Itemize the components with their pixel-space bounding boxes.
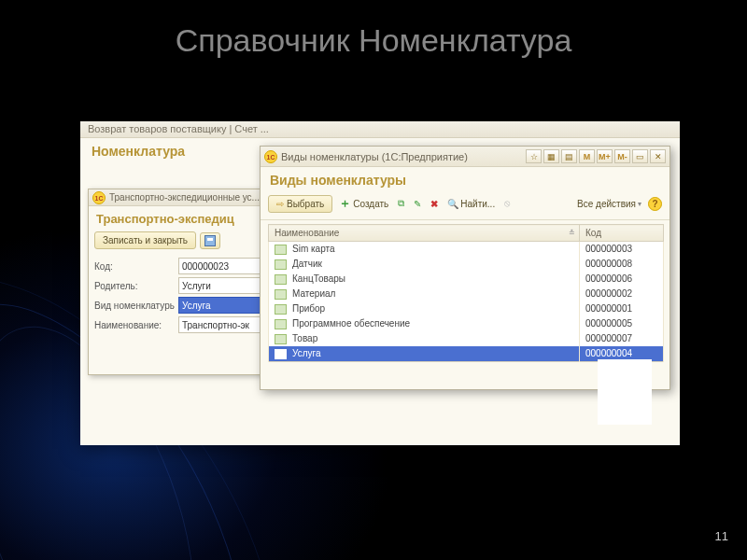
cell-name: Sim карта: [269, 242, 580, 257]
cell-code: 000000008: [580, 257, 664, 272]
form-title-text: Транспортно-экспедиционные ус...: [109, 192, 260, 203]
blank-panel: [598, 359, 652, 425]
cell-name: Прибор: [269, 301, 580, 316]
background-tabs: Возврат товаров поставщику | Счет ...: [80, 121, 680, 138]
cell-code: 000000001: [580, 301, 664, 316]
table-row[interactable]: Программное обеспечение000000005: [269, 316, 664, 331]
sort-asc-icon: ≛: [569, 229, 575, 237]
cell-name: Товар: [269, 331, 580, 346]
table-row[interactable]: Товар000000007: [269, 331, 664, 346]
list-heading: Виды номенклатуры: [261, 167, 669, 191]
save-and-close-button[interactable]: Записать и закрыть: [94, 231, 196, 249]
cell-name: КанцТовары: [269, 272, 580, 287]
save-icon: [204, 235, 216, 246]
cell-code: 000000002: [580, 287, 664, 301]
table-row[interactable]: Датчик000000008: [269, 257, 664, 272]
chevron-down-icon: ▾: [638, 200, 641, 208]
tb-icon-2[interactable]: ▦: [543, 149, 559, 163]
cell-name: Датчик: [269, 257, 580, 272]
choose-button[interactable]: ⇨Выбрать: [268, 195, 332, 213]
tb-min-icon[interactable]: ▭: [632, 149, 648, 163]
pencil-icon: ✎: [414, 199, 421, 209]
tb-mplus[interactable]: M+: [597, 149, 613, 163]
close-icon[interactable]: ✕: [650, 149, 666, 163]
table-row[interactable]: КанцТовары000000006: [269, 272, 664, 287]
cell-code: 000000003: [580, 242, 664, 257]
delete-button[interactable]: ✖: [428, 197, 441, 211]
list-titlebar[interactable]: 1C Виды номенклатуры (1С:Предприятие) ☆ …: [261, 147, 669, 167]
cell-name: Услуга: [269, 346, 580, 361]
find-button[interactable]: 🔍Найти...: [444, 197, 498, 211]
delete-icon: ✖: [430, 199, 438, 209]
create-button[interactable]: ＋Создать: [336, 193, 391, 214]
search-clear-icon: ⦸: [504, 198, 510, 209]
help-icon[interactable]: ?: [648, 197, 662, 211]
page-number: 11: [715, 529, 728, 543]
search-icon: 🔍: [447, 199, 458, 209]
parent-label: Родитель:: [94, 281, 175, 291]
copy-icon: ⧉: [398, 198, 404, 209]
all-actions-button[interactable]: Все действия▾: [574, 197, 644, 211]
save-button[interactable]: [200, 232, 220, 249]
kinds-table: Наименование≛ Код Sim карта000000003Датч…: [268, 224, 664, 362]
list-title-text: Виды номенклатуры (1С:Предприятие): [281, 151, 522, 162]
cell-code: 000000007: [580, 331, 664, 346]
col-name[interactable]: Наименование≛: [269, 225, 580, 242]
tb-mminus[interactable]: M-: [614, 149, 630, 163]
cell-code: 000000006: [580, 272, 664, 287]
code-label: Код:: [94, 261, 175, 272]
table-row[interactable]: Прибор000000001: [269, 301, 664, 316]
table-row[interactable]: Материал000000002: [269, 287, 664, 301]
tb-icon-1[interactable]: ☆: [526, 149, 542, 163]
tb-icon-3[interactable]: ▤: [561, 149, 577, 163]
name-label: Наименование:: [94, 320, 175, 330]
tb-m[interactable]: M: [579, 149, 595, 163]
edit-button[interactable]: ✎: [411, 197, 424, 211]
slide-title: Справочник Номенклатура: [0, 0, 747, 68]
kinds-list-window: 1C Виды номенклатуры (1С:Предприятие) ☆ …: [260, 146, 670, 390]
col-code[interactable]: Код: [580, 225, 664, 242]
clear-find-button[interactable]: ⦸: [501, 196, 513, 211]
plus-icon: ＋: [339, 195, 351, 212]
cell-name: Программное обеспечение: [269, 316, 580, 331]
app-logo-icon: 1C: [92, 191, 106, 204]
cell-code: 000000005: [580, 316, 664, 331]
table-row[interactable]: Sim карта000000003: [269, 242, 664, 257]
app-logo-icon: 1C: [264, 150, 277, 163]
app-window: Возврат товаров поставщику | Счет ... Но…: [80, 121, 680, 445]
cell-name: Материал: [269, 287, 580, 301]
copy-button[interactable]: ⧉: [395, 196, 407, 211]
kind-label: Вид номенклатуры:: [94, 301, 175, 311]
